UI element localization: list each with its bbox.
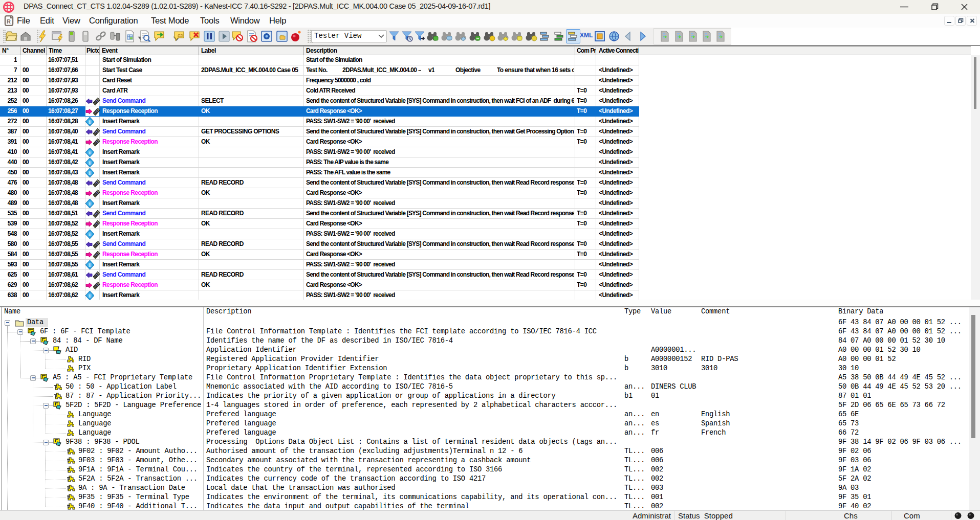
svg-text:i: i [89, 232, 91, 237]
svg-text:i: i [89, 170, 91, 176]
svg-text:i: i [89, 262, 91, 268]
svg-text:i: i [89, 160, 91, 166]
svg-text:R: R [7, 18, 11, 25]
svg-text:i: i [89, 293, 91, 299]
svg-text:i: i [89, 150, 91, 155]
svg-text:i: i [89, 201, 91, 207]
svg-text:i: i [89, 119, 91, 125]
